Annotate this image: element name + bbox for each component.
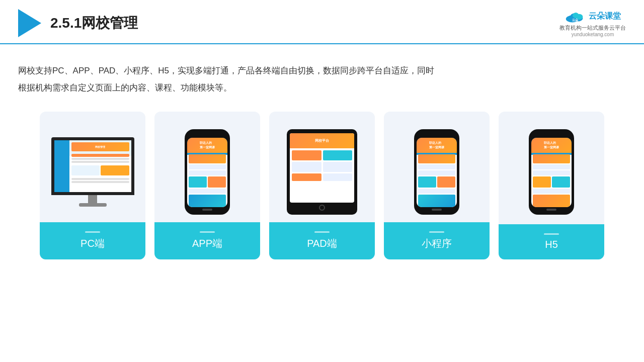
page-header: 2.5.1网校管理 云朵 云朵课堂 教育机构一站式服务云平台 yunduoket… bbox=[0, 0, 644, 44]
pad-tablet-icon: 网校平台 bbox=[287, 129, 357, 215]
card-mini-program-image: 职达人的第一堂网课 bbox=[384, 122, 490, 222]
app-phone-icon: 职达人的第一堂网课 bbox=[185, 129, 230, 215]
pc-monitor-icon: 网校管理 bbox=[51, 137, 134, 207]
description-text: 网校支持PC、APP、PAD、小程序、H5，实现多端打通，产品各终端自由切换，数… bbox=[0, 44, 453, 107]
page-title: 2.5.1网校管理 bbox=[50, 14, 138, 33]
card-app-label: APP端 bbox=[154, 222, 260, 259]
monitor-screen: 网校管理 bbox=[51, 137, 134, 195]
cloud-logo-icon: 云朵 bbox=[565, 9, 586, 23]
card-pc: 网校管理 bbox=[40, 112, 145, 259]
card-h5-label: H5 bbox=[499, 224, 604, 259]
card-pad: 网校平台 PAD端 bbox=[269, 112, 375, 259]
device-cards-container: 网校管理 bbox=[0, 107, 644, 269]
svg-text:云朵: 云朵 bbox=[572, 18, 579, 22]
mini-program-phone-icon: 职达人的第一堂网课 bbox=[414, 129, 459, 215]
h5-phone-icon: 职达人的第一堂网课 bbox=[529, 129, 574, 215]
card-pc-image: 网校管理 bbox=[40, 122, 145, 222]
brand-tagline: 教育机构一站式服务云平台 bbox=[559, 24, 626, 32]
card-h5: 职达人的第一堂网课 bbox=[499, 112, 604, 259]
card-pad-image: 网校平台 bbox=[269, 122, 375, 222]
brand-name: 云朵课堂 bbox=[589, 11, 621, 22]
header-left: 2.5.1网校管理 bbox=[18, 9, 138, 37]
card-pc-label: PC端 bbox=[40, 222, 145, 259]
brand-area: 云朵 云朵课堂 教育机构一站式服务云平台 yunduoketang.com bbox=[559, 9, 626, 37]
card-mini-program: 职达人的第一堂网课 bbox=[384, 112, 490, 259]
card-app: 职达人的第一堂网课 bbox=[154, 112, 260, 259]
brand-triangle-icon bbox=[18, 9, 41, 37]
brand-logo: 云朵 云朵课堂 bbox=[565, 9, 621, 23]
card-mini-program-label: 小程序 bbox=[384, 222, 490, 259]
card-h5-image: 职达人的第一堂网课 bbox=[499, 122, 604, 222]
svg-point-4 bbox=[573, 13, 579, 18]
card-app-image: 职达人的第一堂网课 bbox=[154, 122, 260, 222]
card-pad-label: PAD端 bbox=[269, 222, 375, 259]
brand-url: yunduoketang.com bbox=[572, 32, 614, 37]
